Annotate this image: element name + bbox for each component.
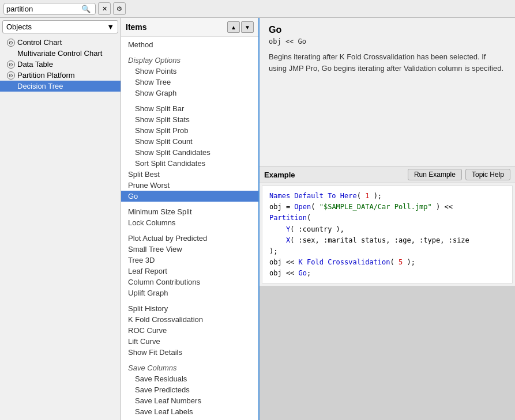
item-show-split-count[interactable]: Show Split Count <box>121 136 258 147</box>
partition-icon: ⊙ <box>7 71 15 80</box>
right-panel: Go obj << Go Begins iterating after K Fo… <box>260 18 515 420</box>
objects-label: Objects <box>6 22 32 31</box>
code-line-2: obj = Open( "$SAMPLE_DATA/Car Poll.jmp" … <box>269 202 505 213</box>
tree-item-label: Control Chart <box>17 38 62 47</box>
items-header: Items ▲ ▼ <box>121 18 258 37</box>
clear-search-button[interactable]: ✕ <box>98 2 111 15</box>
items-title: Items <box>126 22 147 32</box>
items-nav-buttons: ▲ ▼ <box>227 21 254 33</box>
item-small-tree-view[interactable]: Small Tree View <box>121 244 258 255</box>
item-show-fit-details[interactable]: Show Fit Details <box>121 347 258 358</box>
item-split-best[interactable]: Split Best <box>121 169 258 180</box>
item-save-leaf-numbers[interactable]: Save Leaf Numbers <box>121 395 258 406</box>
code-line-7: obj << K Fold Crossvalidation( 5 ); <box>269 257 505 268</box>
help-text: Begins iterating after K Fold Crossvalid… <box>269 51 506 74</box>
left-panel: Objects ▼ ⊙ Control Chart Multivariate C… <box>0 18 121 420</box>
example-toolbar: Example Run Example Topic Help <box>260 167 515 183</box>
chevron-down-icon: ▼ <box>107 22 114 31</box>
item-method[interactable]: Method <box>121 39 258 50</box>
tree-item-multivariate[interactable]: Multivariate Control Chart <box>0 48 121 59</box>
code-line-4: Y( :country ), <box>269 224 505 235</box>
item-show-split-stats[interactable]: Show Split Stats <box>121 114 258 125</box>
item-prune-worst[interactable]: Prune Worst <box>121 180 258 191</box>
tree-item-label: Multivariate Control Chart <box>17 49 102 58</box>
example-buttons: Run Example Topic Help <box>408 169 510 180</box>
scroll-up-button[interactable]: ▲ <box>227 21 240 33</box>
example-label: Example <box>264 171 295 179</box>
items-list: Method Display Options Show Points Show … <box>121 37 258 420</box>
item-minimum-size-split[interactable]: Minimum Size Split <box>121 206 258 217</box>
code-line-5: X( :sex, :marital status, :age, :type, :… <box>269 235 505 246</box>
help-title: Go <box>269 25 506 35</box>
help-bottom: Example Run Example Topic Help Names Def… <box>260 167 515 286</box>
help-content: Go obj << Go Begins iterating after K Fo… <box>260 18 515 167</box>
code-line-6: ); <box>269 246 505 257</box>
item-save-residuals[interactable]: Save Residuals <box>121 373 258 384</box>
settings-button[interactable]: ⚙ <box>113 2 126 15</box>
item-split-history[interactable]: Split History <box>121 303 258 314</box>
code-example-block: Names Default To Here( 1 ); obj = Open( … <box>262 186 513 283</box>
item-roc-curve[interactable]: ROC Curve <box>121 325 258 336</box>
tree-item-data-table[interactable]: ⊙ Data Table <box>0 59 121 70</box>
middle-panel: Items ▲ ▼ Method Display Options Show Po… <box>121 18 260 420</box>
control-chart-icon: ⊙ <box>7 39 15 47</box>
scroll-down-button[interactable]: ▼ <box>241 21 254 33</box>
item-show-split-prob[interactable]: Show Split Prob <box>121 125 258 136</box>
item-lock-columns[interactable]: Lock Columns <box>121 217 258 228</box>
item-save-predicteds[interactable]: Save Predicteds <box>121 384 258 395</box>
tree-item-label: Partition Platform <box>17 71 75 80</box>
item-lift-curve[interactable]: Lift Curve <box>121 336 258 347</box>
item-uplift-graph[interactable]: Uplift Graph <box>121 287 258 298</box>
item-show-graph[interactable]: Show Graph <box>121 88 258 99</box>
item-k-fold[interactable]: K Fold Crossvalidation <box>121 314 258 325</box>
tree-item-label: Data Table <box>17 60 53 69</box>
tree-item-control-chart[interactable]: ⊙ Control Chart <box>0 37 121 48</box>
code-line-3: Partition( <box>269 213 505 224</box>
item-show-points[interactable]: Show Points <box>121 66 258 77</box>
item-save-columns[interactable]: Save Columns <box>121 362 258 373</box>
search-input[interactable] <box>6 5 81 13</box>
toolbar: 🔍 ✕ ⚙ <box>0 0 515 18</box>
objects-dropdown[interactable]: Objects ▼ <box>2 20 118 33</box>
tree-item-decision-tree[interactable]: Decision Tree <box>0 81 121 92</box>
item-tree-3d[interactable]: Tree 3D <box>121 255 258 266</box>
main-area: Objects ▼ ⊙ Control Chart Multivariate C… <box>0 18 515 420</box>
lower-gray-area <box>260 286 515 420</box>
search-icon[interactable]: 🔍 <box>81 5 91 13</box>
item-show-split-bar[interactable]: Show Split Bar <box>121 103 258 114</box>
item-show-tree[interactable]: Show Tree <box>121 77 258 88</box>
tree-item-label: Decision Tree <box>17 82 63 90</box>
tree-item-partition-platform[interactable]: ⊙ Partition Platform <box>0 70 121 81</box>
item-column-contributions[interactable]: Column Contributions <box>121 277 258 287</box>
topic-help-button[interactable]: Topic Help <box>465 169 510 180</box>
item-plot-actual[interactable]: Plot Actual by Predicted <box>121 233 258 244</box>
tree-view: ⊙ Control Chart Multivariate Control Cha… <box>0 36 121 420</box>
code-line-8: obj << Go; <box>269 268 505 279</box>
item-display-options[interactable]: Display Options <box>121 55 258 66</box>
item-leaf-report[interactable]: Leaf Report <box>121 266 258 277</box>
item-sort-split-candidates[interactable]: Sort Split Candidates <box>121 158 258 169</box>
item-show-split-candidates[interactable]: Show Split Candidates <box>121 147 258 158</box>
item-go[interactable]: Go <box>121 191 258 202</box>
help-code: obj << Go <box>269 37 506 46</box>
run-example-button[interactable]: Run Example <box>408 169 462 180</box>
item-save-leaf-labels[interactable]: Save Leaf Labels <box>121 406 258 417</box>
search-box: 🔍 <box>3 3 96 15</box>
data-table-icon: ⊙ <box>7 60 15 69</box>
code-line-1: Names Default To Here( 1 ); <box>269 191 505 202</box>
